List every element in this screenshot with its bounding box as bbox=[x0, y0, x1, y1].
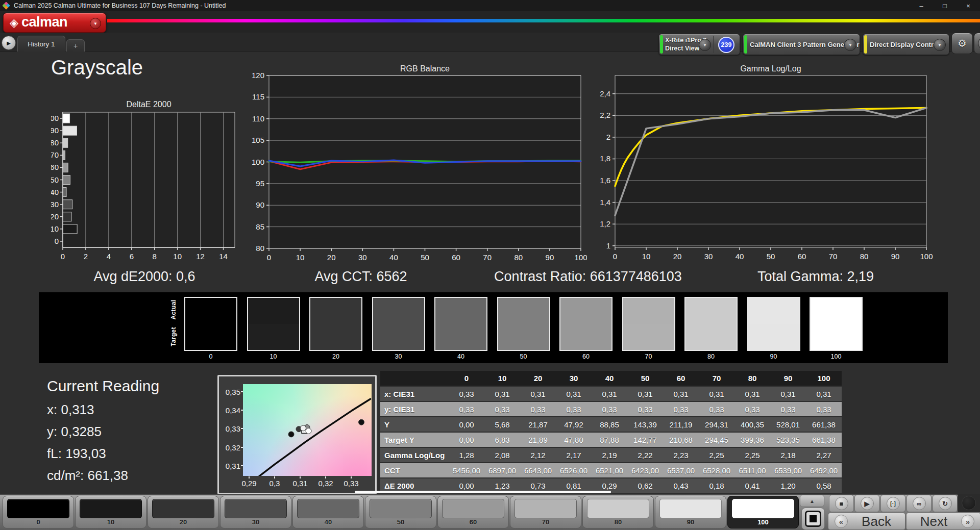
tab-scroll-button[interactable]: ▶ bbox=[2, 36, 16, 50]
svg-text:90: 90 bbox=[546, 253, 554, 262]
target-row-label: Target bbox=[170, 323, 177, 350]
pattern-level-swatch bbox=[225, 499, 287, 518]
table-cell: 2,19 bbox=[592, 447, 627, 463]
swatch-target-half bbox=[685, 324, 737, 350]
horizontal-scrollbar[interactable] bbox=[355, 491, 611, 493]
svg-text:10: 10 bbox=[642, 252, 651, 261]
table-cell: 6,83 bbox=[484, 432, 520, 447]
swatch-actual-half bbox=[373, 298, 424, 324]
grayscale-comparison-strip: Actual Target 0102030405060708090100 bbox=[39, 292, 948, 363]
pattern-level-button-0[interactable]: 0 bbox=[3, 496, 74, 528]
pattern-window-button[interactable] bbox=[801, 508, 825, 530]
table-cell: 1,20 bbox=[770, 478, 806, 493]
pattern-level-button-70[interactable]: 70 bbox=[510, 496, 581, 528]
swatch-level-label: 10 bbox=[247, 353, 300, 360]
cie-y-tick-label: 0,32 bbox=[220, 443, 240, 452]
pattern-level-button-20[interactable]: 20 bbox=[148, 496, 219, 528]
settings-button[interactable]: ⚙ bbox=[951, 33, 973, 54]
deltae-chart-title: DeltaE 2000 bbox=[63, 100, 235, 109]
swatch-actual-half bbox=[685, 298, 737, 324]
pattern-level-button-60[interactable]: 60 bbox=[437, 496, 509, 528]
tab-history-1[interactable]: History 1 bbox=[17, 36, 65, 52]
svg-text:1,2: 1,2 bbox=[600, 219, 610, 228]
table-cell: 0,31 bbox=[770, 386, 806, 401]
svg-text:95: 95 bbox=[256, 179, 264, 188]
cie-y-tick-label: 0,31 bbox=[220, 462, 240, 470]
swatch-level-label: 50 bbox=[497, 353, 550, 360]
cie-chromaticity-plot bbox=[243, 384, 372, 476]
refresh-button[interactable]: ↻ bbox=[933, 495, 958, 512]
continuous-measure-button[interactable]: ∞ bbox=[906, 495, 932, 512]
stop-button[interactable]: ■ bbox=[829, 495, 854, 512]
table-cell: 0,31 bbox=[592, 386, 627, 401]
svg-text:4: 4 bbox=[107, 252, 111, 261]
pattern-level-swatch bbox=[80, 499, 142, 518]
table-row-label: Target Y bbox=[380, 432, 449, 447]
svg-text:40: 40 bbox=[736, 252, 744, 261]
next-button[interactable]: Next » bbox=[906, 513, 980, 530]
rgb-balance-chart-title: RGB Balance bbox=[269, 64, 581, 73]
table-cell: 399,36 bbox=[734, 432, 770, 447]
deltae-chart: DeltaE 2000 0246810121410090807060504030… bbox=[51, 98, 245, 269]
grayscale-swatch-90 bbox=[747, 297, 800, 351]
table-cell: 1,28 bbox=[449, 447, 484, 463]
chevron-down-icon[interactable]: ▼ bbox=[844, 39, 856, 51]
table-cell: 0,33 bbox=[734, 401, 770, 417]
table-header-row: 0102030405060708090100 bbox=[380, 371, 842, 386]
calman-menu-button[interactable]: ◈ calman ▼ bbox=[3, 13, 106, 33]
pattern-level-label: 100 bbox=[728, 518, 798, 526]
table-cell: 0,33 bbox=[627, 401, 663, 417]
chevron-down-icon[interactable]: ▼ bbox=[934, 39, 946, 51]
dark-knob-icon bbox=[962, 496, 976, 510]
svg-text:70: 70 bbox=[51, 150, 59, 159]
table-row: Y0,005,6821,8747,9288,85143,39211,19294,… bbox=[380, 417, 842, 432]
close-button[interactable]: × bbox=[957, 0, 980, 11]
table-cell: 211,19 bbox=[663, 417, 699, 432]
swatch-level-label: 40 bbox=[434, 353, 487, 360]
svg-text:20: 20 bbox=[51, 212, 59, 221]
pattern-level-button-30[interactable]: 30 bbox=[220, 496, 291, 528]
table-cell: 6528,00 bbox=[699, 463, 734, 478]
table-cell: 6643,00 bbox=[520, 463, 556, 478]
swatch-target-half bbox=[498, 324, 549, 350]
svg-text:40: 40 bbox=[389, 253, 398, 262]
grayscale-swatch-30 bbox=[372, 297, 425, 351]
minimize-button[interactable]: – bbox=[910, 0, 933, 11]
svg-text:80: 80 bbox=[860, 252, 869, 261]
pattern-level-button-100[interactable]: 100 bbox=[727, 496, 799, 528]
chevron-down-icon[interactable]: ▼ bbox=[699, 39, 711, 51]
svg-text:120: 120 bbox=[252, 71, 264, 80]
play-button[interactable]: ▶ bbox=[854, 495, 879, 512]
table-row: Gamma Log/Log1,282,082,122,172,192,222,2… bbox=[380, 447, 842, 463]
chevron-left-icon: ◀ bbox=[978, 37, 980, 50]
spectrum-gradient-bar bbox=[107, 19, 980, 22]
cie-y-tick-label: 0,34 bbox=[220, 406, 240, 415]
tab-bar: ▶ History 1 + X-Rite i1Pro 2 Direct View… bbox=[0, 33, 980, 52]
swatch-level-label: 20 bbox=[309, 353, 362, 360]
chevron-down-icon: ▼ bbox=[90, 18, 101, 29]
add-tab-button[interactable]: + bbox=[66, 39, 85, 52]
table-column-header: 80 bbox=[734, 371, 770, 386]
swatch-target-half bbox=[248, 324, 299, 350]
pattern-level-button-40[interactable]: 40 bbox=[292, 496, 364, 528]
collapse-toolbar-button[interactable]: ▲ bbox=[800, 495, 824, 507]
collapse-panel-button[interactable]: ◀ bbox=[974, 33, 980, 54]
table-cell: 0,31 bbox=[627, 386, 663, 401]
pattern-level-button-80[interactable]: 80 bbox=[582, 496, 654, 528]
swatch-level-label: 90 bbox=[747, 353, 800, 360]
cie-x-tick-label: 0,29 bbox=[238, 479, 260, 488]
single-measure-button[interactable]: [·] bbox=[880, 495, 905, 512]
pattern-level-button-90[interactable]: 90 bbox=[655, 496, 726, 528]
pattern-level-button-10[interactable]: 10 bbox=[75, 496, 146, 528]
table-cell: 5456,00 bbox=[449, 463, 484, 478]
svg-text:60: 60 bbox=[51, 163, 59, 171]
pattern-level-button-50[interactable]: 50 bbox=[365, 496, 436, 528]
maximize-button[interactable]: □ bbox=[933, 0, 957, 11]
pattern-level-label: 50 bbox=[365, 518, 436, 526]
svg-text:30: 30 bbox=[358, 253, 367, 262]
pattern-level-label: 40 bbox=[293, 518, 363, 526]
svg-text:85: 85 bbox=[256, 222, 264, 231]
table-cell: 5,68 bbox=[484, 417, 520, 432]
table-cell: 6537,00 bbox=[663, 463, 699, 478]
back-button[interactable]: « Back bbox=[828, 513, 905, 530]
